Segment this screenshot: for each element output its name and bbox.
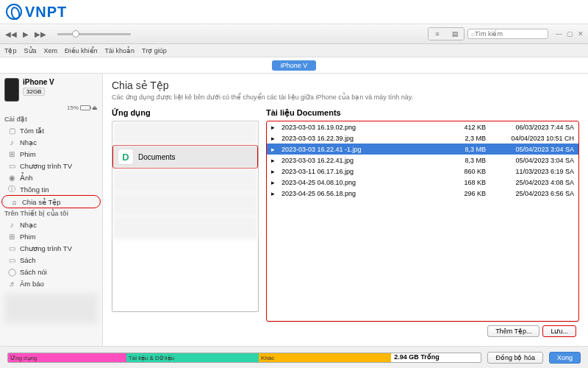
device-storage: 32GB (23, 88, 45, 96)
eject-icon[interactable]: ⏏ (92, 105, 98, 111)
prev-button[interactable]: ◀◀ (4, 28, 18, 40)
doc-date: 25/04/2023 6:56 SA (486, 190, 574, 197)
storage-segment: Khác (259, 353, 391, 362)
sidebar: iPhone V 32GB 15% ⏏ Cài đặt ▢Tóm tắt♪Nhạ… (0, 74, 103, 346)
menu-item[interactable]: Tệp (4, 47, 17, 54)
doc-size: 168 KB (449, 179, 486, 186)
apps-list[interactable]: D Documents (112, 121, 259, 312)
sidebar-item[interactable]: ▢Tóm tắt (0, 124, 102, 136)
done-button[interactable]: Xong (549, 352, 581, 364)
sidebar-item[interactable]: ◯Sách nói (0, 266, 102, 277)
file-icon: ▸ (271, 190, 279, 197)
sidebar-item[interactable]: ♪Nhạc (0, 136, 102, 148)
menu-item[interactable]: Tài khoản (105, 47, 135, 54)
menubar: TệpSửaXemĐiều khiểnTài khoảnTrợ giúp (0, 44, 588, 57)
sidebar-item[interactable]: ⩍Chia sẻ Tệp (1, 195, 101, 208)
device-bar: iPhone V (0, 57, 588, 74)
device-header: iPhone V 32GB (0, 74, 102, 105)
sidebar-item[interactable]: ♪Nhạc (0, 219, 102, 230)
grid-view-icon[interactable]: ▤ (446, 28, 464, 40)
menu-item[interactable]: Xem (44, 47, 58, 54)
doc-row[interactable]: ▸2023-03-11 06.17.16.jpg860 KB11/03/2023… (267, 166, 578, 177)
app-row-documents[interactable]: D Documents (112, 145, 258, 169)
file-icon: ▸ (271, 168, 279, 175)
device-battery: 15% ⏏ (0, 105, 102, 114)
next-button[interactable]: ▶▶ (34, 28, 47, 40)
sidebar-item-icon: ⊞ (7, 149, 16, 158)
sidebar-item-label: Nhạc (20, 221, 37, 229)
device-name: iPhone V (23, 78, 98, 86)
menu-item[interactable]: Trợ giúp (142, 47, 167, 54)
sidebar-item-icon: ⩍ (10, 197, 18, 206)
sync-button[interactable]: Đồng bộ hóa (487, 352, 543, 364)
blurred-region (4, 294, 98, 323)
file-icon: ▸ (271, 157, 279, 164)
doc-name: 2023-03-03 16.22.41 -1.jpg (282, 146, 449, 153)
file-icon: ▸ (271, 135, 279, 142)
logo-bar: VNPT (0, 0, 588, 24)
search-box[interactable]: ⌕ (467, 29, 548, 39)
sidebar-item-label: Chia sẻ Tệp (22, 198, 60, 206)
view-toggle[interactable]: ≡ ▤ (428, 27, 465, 40)
page-title: Chia sẻ Tệp (112, 79, 579, 91)
sidebar-item[interactable]: ◉Ảnh (0, 171, 102, 183)
doc-row[interactable]: ▸2023-04-25 04.08.10.png168 KB25/04/2023… (267, 177, 578, 188)
file-icon: ▸ (271, 124, 279, 131)
sidebar-item-label: Sách (20, 256, 36, 264)
doc-size: 2,3 MB (449, 135, 486, 142)
sidebar-item[interactable]: ⓘThông tin (0, 183, 102, 195)
doc-date: 25/04/2023 4:08 SA (486, 179, 574, 186)
app-row-blurred (112, 192, 258, 216)
search-input[interactable] (475, 30, 541, 38)
play-button[interactable]: ▶ (19, 28, 32, 40)
sidebar-item-label: Âm báo (20, 280, 44, 288)
doc-date: 06/03/2023 7:44 SA (486, 124, 574, 131)
docs-list[interactable]: ▸2023-03-03 16.19.02.png412 KB06/03/2023… (267, 121, 578, 321)
file-icon: ▸ (271, 179, 279, 186)
list-view-icon[interactable]: ≡ (429, 28, 446, 40)
doc-row[interactable]: ▸2023-03-03 16.22.39.jpg2,3 MB04/04/2023… (267, 132, 578, 144)
add-file-button[interactable]: Thêm Tệp... (487, 325, 539, 337)
sidebar-item[interactable]: ♬Âm báo (0, 277, 102, 289)
sidebar-item-label: Sách nói (20, 268, 47, 276)
sidebar-item[interactable]: ⊞Phim (0, 148, 102, 160)
sidebar-section-device: Trên Thiết bị của tôi (0, 208, 102, 219)
doc-name: 2023-03-11 06.17.16.jpg (282, 168, 449, 175)
doc-date: 05/04/2023 3:04 SA (486, 146, 574, 153)
sidebar-item-label: Phim (20, 233, 36, 241)
doc-row[interactable]: ▸2023-03-03 16.19.02.png412 KB06/03/2023… (267, 121, 578, 132)
sidebar-item[interactable]: ▭Chương trình TV (0, 242, 102, 254)
doc-row[interactable]: ▸2023-04-25 06.56.18.png296 KB25/04/2023… (267, 188, 578, 199)
doc-size: 412 KB (449, 124, 486, 131)
footer: Ứng dụngTài liệu & Dữ liệuKhác2.94 GB Tr… (0, 346, 588, 368)
device-pill[interactable]: iPhone V (272, 60, 317, 71)
doc-size: 8,3 MB (449, 157, 486, 164)
app-row-blurred (112, 216, 258, 239)
minimize-button[interactable]: — (556, 30, 562, 38)
close-button[interactable]: ✕ (578, 30, 584, 38)
sidebar-item-label: Chương trình TV (20, 162, 72, 170)
sidebar-item[interactable]: ▭Chương trình TV (0, 160, 102, 171)
save-button[interactable]: Lưu... (542, 325, 576, 337)
storage-bar: Ứng dụngTài liệu & Dữ liệuKhác2.94 GB Tr… (7, 353, 481, 363)
sidebar-item-icon: ⓘ (7, 185, 16, 194)
doc-row[interactable]: ▸2023-03-03 16.22.41.jpg8,3 MB05/04/2023… (267, 155, 578, 166)
doc-name: 2023-03-03 16.19.02.png (282, 124, 449, 131)
sidebar-item[interactable]: ▭Sách (0, 254, 102, 266)
sidebar-item-icon: ▭ (7, 255, 16, 264)
volume-slider[interactable] (57, 33, 131, 35)
sidebar-item-label: Nhạc (20, 138, 37, 146)
storage-segment: Tài liệu & Dữ liệu (126, 353, 259, 362)
menu-item[interactable]: Điều khiển (65, 47, 98, 54)
maximize-button[interactable]: ▢ (567, 30, 573, 38)
sidebar-item-label: Thông tin (20, 185, 49, 194)
vnpt-logo-text: VNPT (25, 4, 67, 21)
sidebar-item-icon: ▢ (7, 126, 16, 135)
doc-date: 05/04/2023 3:04 SA (486, 157, 574, 164)
sidebar-item[interactable]: ⊞Phim (0, 230, 102, 242)
doc-name: 2023-03-03 16.22.41.jpg (282, 157, 449, 164)
sidebar-item-label: Phim (20, 150, 36, 158)
doc-row[interactable]: ▸2023-03-03 16.22.41 -1.jpg8,3 MB05/04/2… (267, 144, 578, 155)
menu-item[interactable]: Sửa (24, 47, 37, 54)
sidebar-item-icon: ♪ (7, 138, 16, 146)
